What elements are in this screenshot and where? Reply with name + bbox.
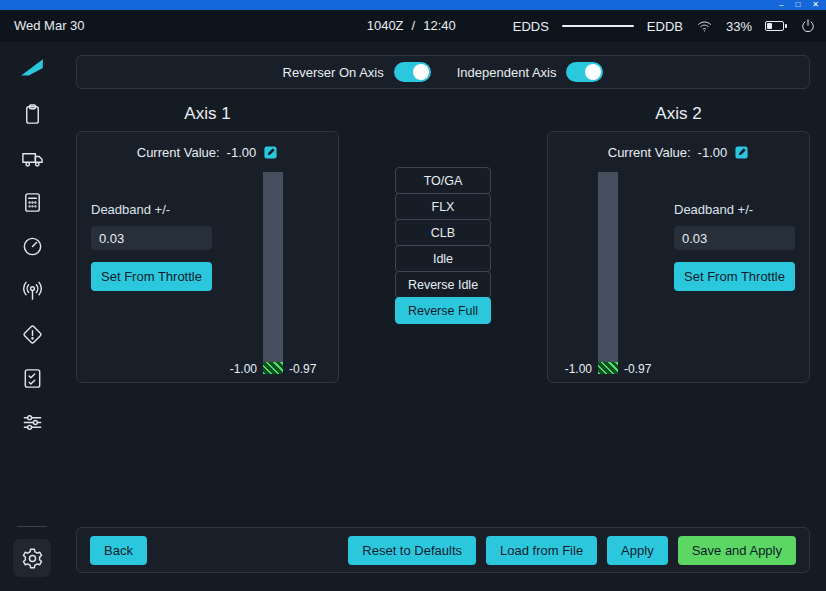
battery-percent: 33% [726,19,752,34]
axis-2-deadband-group: Deadband +/- Set From Throttle [674,202,796,291]
status-bar: Wed Mar 30 1040Z / 12:40 EDDS EDDB 33% [0,10,826,42]
window-minimize-button[interactable]: – [779,0,783,10]
sidebar-item-failures[interactable] [19,322,45,346]
status-right-cluster: EDDS EDDB 33% [513,10,816,42]
main-area: Reverser On Axis Independent Axis Axis 1… [0,42,826,591]
sidebar-divider [17,526,47,527]
sidebar-item-checklists[interactable] [19,366,45,390]
sidebar-item-dashboard[interactable] [19,102,45,126]
axis-options-bar: Reverser On Axis Independent Axis [76,55,810,89]
axes-row: Axis 1 Current Value: -1.00 [76,99,810,383]
reverser-on-axis-label: Reverser On Axis [283,65,384,80]
checklist-icon [21,367,44,390]
edit-icon[interactable] [734,145,749,160]
axis-2-current-value-label: Current Value: [608,145,691,160]
detent-button[interactable]: Reverse Idle [395,271,491,298]
detent-button[interactable]: Reverse Full [395,297,491,324]
back-button[interactable]: Back [90,536,147,565]
edit-icon[interactable] [263,145,278,160]
save-and-apply-button[interactable]: Save and Apply [678,536,796,565]
calculator-icon [21,191,44,214]
axis-2-range-min: -1.00 [548,362,592,376]
axis-1-card: Current Value: -1.00 Deadband +/- [76,131,339,383]
status-time: 1040Z / 12:40 [367,18,456,33]
load-from-file-button[interactable]: Load from File [486,536,597,565]
axis-2-range-max: -0.97 [624,362,651,376]
status-time-local: 12:40 [423,18,456,33]
axis-2-card: Current Value: -1.00 [547,131,810,383]
axis-2-current-value-number: -1.00 [698,145,728,160]
independent-axis-group: Independent Axis [457,62,604,82]
sidebar-item-settings[interactable] [13,539,51,577]
wifi-icon [696,18,713,34]
sidebar-item-atc[interactable] [19,278,45,302]
axis-1-section: Axis 1 Current Value: -1.00 [76,99,339,383]
battery-icon [765,21,787,31]
apply-button[interactable]: Apply [607,536,668,565]
axis-2-title: Axis 2 [547,99,810,131]
axis-1-value-bar [263,172,283,374]
axis-2-section: Axis 2 Current Value: -1.00 [547,99,810,383]
independent-axis-toggle[interactable] [566,62,603,82]
sidebar-item-presets[interactable] [19,410,45,434]
power-button[interactable] [800,18,816,34]
sidebar-item-performance[interactable] [19,190,45,214]
sidebar-item-navigation[interactable] [19,234,45,258]
app-logo-icon [19,54,45,82]
axis-1-range-max: -0.97 [289,362,316,376]
axis-1-current-value: Current Value: -1.00 [77,145,338,160]
status-departure-airport: EDDS [513,19,549,34]
window-close-button[interactable]: ✕ [812,0,819,10]
warning-diamond-icon [21,323,44,346]
flight-progress-line [562,25,634,27]
axis-2-current-value: Current Value: -1.00 [548,145,809,160]
footer-action-bar: Back Reset to Defaults Load from File Ap… [76,527,810,573]
axis-2-value-bar [598,172,618,374]
axis-1-deadband-input[interactable] [91,226,212,250]
reverser-on-axis-toggle[interactable] [394,62,431,82]
axis-2-deadband-label: Deadband +/- [674,202,796,217]
axis-2-deadband-input[interactable] [674,226,795,250]
window-titlebar: – □ ✕ [0,0,826,10]
axis-1-title: Axis 1 [76,99,339,131]
axis-1-deadband-group: Deadband +/- Set From Throttle [91,202,213,291]
axis-1-set-from-throttle-button[interactable]: Set From Throttle [91,262,212,291]
detent-list: TO/GA FLX CLB Idle Reverse Idle Reverse … [339,99,547,324]
status-time-utc: 1040Z [367,18,404,33]
clipboard-icon [21,103,44,126]
detent-button[interactable]: TO/GA [395,167,491,194]
status-date: Wed Mar 30 [14,18,85,33]
axis-1-current-value-label: Current Value: [137,145,220,160]
axis-1-deadband-label: Deadband +/- [91,202,213,217]
independent-axis-label: Independent Axis [457,65,557,80]
app-window: – □ ✕ Wed Mar 30 1040Z / 12:40 EDDS EDDB… [0,0,826,591]
sidebar-nav [0,42,64,591]
reset-to-defaults-button[interactable]: Reset to Defaults [348,536,476,565]
detent-button[interactable]: FLX [395,193,491,220]
status-time-separator: / [412,18,416,33]
axis-2-set-from-throttle-button[interactable]: Set From Throttle [674,262,795,291]
axis-2-value-bar-fill [598,362,618,374]
footer-right-buttons: Reset to Defaults Load from File Apply S… [348,536,796,565]
antenna-icon [21,279,44,302]
gear-icon [21,547,44,570]
sliders-icon [21,411,44,434]
axis-1-current-value-number: -1.00 [227,145,257,160]
detent-button[interactable]: Idle [395,245,491,272]
gauge-icon [21,235,44,258]
truck-icon [21,147,44,170]
reverser-on-axis-group: Reverser On Axis [283,62,431,82]
sidebar-item-ground[interactable] [19,146,45,170]
status-arrival-airport: EDDB [647,19,683,34]
throttle-config-page: Reverser On Axis Independent Axis Axis 1… [64,42,826,591]
detent-button[interactable]: CLB [395,219,491,246]
axis-1-range-min: -1.00 [195,362,257,376]
window-maximize-button[interactable]: □ [795,0,800,10]
axis-1-value-bar-fill [263,362,283,374]
